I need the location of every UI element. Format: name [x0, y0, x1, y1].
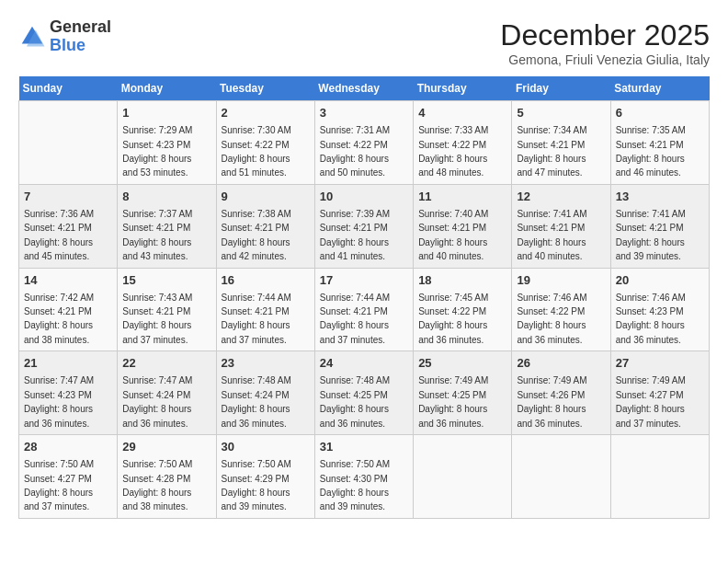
week-row-2: 14Sunrise: 7:42 AMSunset: 4:21 PMDayligh…: [19, 268, 710, 351]
day-cell: 26Sunrise: 7:49 AMSunset: 4:26 PMDayligh…: [512, 351, 610, 435]
day-info: Sunrise: 7:48 AMSunset: 4:25 PMDaylight:…: [320, 375, 390, 428]
day-info: Sunrise: 7:50 AMSunset: 4:27 PMDaylight:…: [24, 459, 94, 511]
day-cell: 1Sunrise: 7:29 AMSunset: 4:23 PMDaylight…: [118, 101, 216, 185]
day-info: Sunrise: 7:45 AMSunset: 4:22 PMDaylight:…: [418, 293, 488, 345]
day-cell: 23Sunrise: 7:48 AMSunset: 4:24 PMDayligh…: [216, 351, 314, 435]
day-number: 12: [517, 189, 605, 205]
day-info: Sunrise: 7:41 AMSunset: 4:21 PMDaylight:…: [616, 209, 686, 261]
day-cell: 22Sunrise: 7:47 AMSunset: 4:24 PMDayligh…: [118, 351, 216, 435]
day-number: 19: [517, 272, 605, 289]
day-number: 16: [222, 272, 310, 289]
day-info: Sunrise: 7:46 AMSunset: 4:23 PMDaylight:…: [616, 293, 686, 345]
day-info: Sunrise: 7:50 AMSunset: 4:30 PMDaylight:…: [320, 459, 390, 511]
day-cell: 28Sunrise: 7:50 AMSunset: 4:27 PMDayligh…: [19, 435, 118, 519]
day-number: 29: [122, 439, 210, 455]
day-cell: 8Sunrise: 7:37 AMSunset: 4:21 PMDaylight…: [118, 184, 216, 268]
day-info: Sunrise: 7:47 AMSunset: 4:24 PMDaylight:…: [122, 375, 192, 428]
day-number: 14: [24, 272, 112, 289]
day-number: 30: [222, 439, 310, 455]
day-info: Sunrise: 7:40 AMSunset: 4:21 PMDaylight:…: [418, 209, 488, 261]
day-info: Sunrise: 7:37 AMSunset: 4:21 PMDaylight:…: [122, 209, 192, 261]
day-info: Sunrise: 7:49 AMSunset: 4:26 PMDaylight:…: [517, 375, 586, 428]
day-info: Sunrise: 7:50 AMSunset: 4:28 PMDaylight:…: [122, 459, 192, 511]
day-cell: [512, 435, 610, 519]
day-number: 13: [616, 189, 704, 205]
day-cell: 14Sunrise: 7:42 AMSunset: 4:21 PMDayligh…: [19, 268, 118, 351]
day-info: Sunrise: 7:41 AMSunset: 4:21 PMDaylight:…: [517, 209, 586, 261]
week-row-1: 7Sunrise: 7:36 AMSunset: 4:21 PMDaylight…: [19, 184, 710, 268]
day-cell: 27Sunrise: 7:49 AMSunset: 4:27 PMDayligh…: [610, 351, 709, 435]
logo: General Blue: [18, 18, 111, 55]
day-number: 24: [320, 355, 408, 372]
day-number: 9: [222, 189, 310, 205]
header-row: SundayMondayTuesdayWednesdayThursdayFrid…: [19, 76, 710, 101]
calendar-header: SundayMondayTuesdayWednesdayThursdayFrid…: [19, 76, 710, 101]
day-cell: 18Sunrise: 7:45 AMSunset: 4:22 PMDayligh…: [414, 268, 512, 351]
day-number: 3: [320, 105, 408, 121]
day-number: 18: [418, 272, 506, 289]
day-number: 15: [122, 272, 210, 289]
header-cell-saturday: Saturday: [610, 76, 709, 101]
header-cell-friday: Friday: [512, 76, 610, 101]
logo-icon: [18, 23, 46, 51]
day-cell: 7Sunrise: 7:36 AMSunset: 4:21 PMDaylight…: [19, 184, 118, 268]
day-cell: [19, 101, 118, 185]
day-info: Sunrise: 7:44 AMSunset: 4:21 PMDaylight:…: [222, 293, 291, 345]
location-text: Gemona, Friuli Venezia Giulia, Italy: [500, 52, 710, 67]
day-number: 11: [418, 189, 506, 205]
day-number: 1: [122, 105, 210, 121]
day-number: 20: [616, 272, 704, 289]
calendar-body: 1Sunrise: 7:29 AMSunset: 4:23 PMDaylight…: [19, 101, 710, 519]
day-cell: 12Sunrise: 7:41 AMSunset: 4:21 PMDayligh…: [512, 184, 610, 268]
day-number: 10: [320, 189, 408, 205]
day-info: Sunrise: 7:39 AMSunset: 4:21 PMDaylight:…: [320, 209, 390, 261]
day-number: 7: [24, 189, 112, 205]
title-block: December 2025 Gemona, Friuli Venezia Giu…: [500, 18, 710, 67]
day-info: Sunrise: 7:49 AMSunset: 4:27 PMDaylight:…: [616, 375, 686, 428]
day-number: 31: [320, 439, 408, 455]
day-info: Sunrise: 7:47 AMSunset: 4:23 PMDaylight:…: [24, 375, 94, 428]
header-cell-sunday: Sunday: [19, 76, 118, 101]
day-cell: 6Sunrise: 7:35 AMSunset: 4:21 PMDaylight…: [610, 101, 709, 185]
logo-general-text: General: [50, 17, 111, 36]
day-cell: 4Sunrise: 7:33 AMSunset: 4:22 PMDaylight…: [414, 101, 512, 185]
day-number: 2: [222, 105, 310, 121]
day-cell: 30Sunrise: 7:50 AMSunset: 4:29 PMDayligh…: [216, 435, 314, 519]
day-info: Sunrise: 7:34 AMSunset: 4:21 PMDaylight:…: [517, 125, 586, 178]
day-info: Sunrise: 7:33 AMSunset: 4:22 PMDaylight:…: [418, 125, 488, 178]
day-cell: 25Sunrise: 7:49 AMSunset: 4:25 PMDayligh…: [414, 351, 512, 435]
day-cell: [414, 435, 512, 519]
day-number: 8: [122, 189, 210, 205]
day-cell: 3Sunrise: 7:31 AMSunset: 4:22 PMDaylight…: [314, 101, 413, 185]
header-cell-wednesday: Wednesday: [314, 76, 413, 101]
day-info: Sunrise: 7:43 AMSunset: 4:21 PMDaylight:…: [122, 293, 192, 345]
day-info: Sunrise: 7:31 AMSunset: 4:22 PMDaylight:…: [320, 125, 390, 178]
day-cell: 13Sunrise: 7:41 AMSunset: 4:21 PMDayligh…: [610, 184, 709, 268]
day-info: Sunrise: 7:30 AMSunset: 4:22 PMDaylight:…: [222, 125, 291, 178]
week-row-3: 21Sunrise: 7:47 AMSunset: 4:23 PMDayligh…: [19, 351, 710, 435]
day-cell: 31Sunrise: 7:50 AMSunset: 4:30 PMDayligh…: [314, 435, 413, 519]
day-info: Sunrise: 7:44 AMSunset: 4:21 PMDaylight:…: [320, 293, 390, 345]
day-cell: 2Sunrise: 7:30 AMSunset: 4:22 PMDaylight…: [216, 101, 314, 185]
day-number: 27: [616, 355, 704, 372]
day-cell: [610, 435, 709, 519]
month-title: December 2025: [500, 18, 710, 52]
day-number: 4: [418, 105, 506, 121]
day-cell: 5Sunrise: 7:34 AMSunset: 4:21 PMDaylight…: [512, 101, 610, 185]
day-info: Sunrise: 7:29 AMSunset: 4:23 PMDaylight:…: [122, 125, 192, 178]
day-number: 23: [222, 355, 310, 372]
day-cell: 9Sunrise: 7:38 AMSunset: 4:21 PMDaylight…: [216, 184, 314, 268]
week-row-4: 28Sunrise: 7:50 AMSunset: 4:27 PMDayligh…: [19, 435, 710, 519]
day-info: Sunrise: 7:36 AMSunset: 4:21 PMDaylight:…: [24, 209, 94, 261]
day-cell: 15Sunrise: 7:43 AMSunset: 4:21 PMDayligh…: [118, 268, 216, 351]
day-info: Sunrise: 7:50 AMSunset: 4:29 PMDaylight:…: [222, 459, 291, 511]
day-cell: 16Sunrise: 7:44 AMSunset: 4:21 PMDayligh…: [216, 268, 314, 351]
day-info: Sunrise: 7:46 AMSunset: 4:22 PMDaylight:…: [517, 293, 586, 345]
calendar-table: SundayMondayTuesdayWednesdayThursdayFrid…: [18, 76, 710, 519]
week-row-0: 1Sunrise: 7:29 AMSunset: 4:23 PMDaylight…: [19, 101, 710, 185]
day-number: 17: [320, 272, 408, 289]
logo-blue-text: Blue: [50, 36, 85, 54]
day-cell: 24Sunrise: 7:48 AMSunset: 4:25 PMDayligh…: [314, 351, 413, 435]
day-cell: 10Sunrise: 7:39 AMSunset: 4:21 PMDayligh…: [314, 184, 413, 268]
day-number: 6: [616, 105, 704, 121]
